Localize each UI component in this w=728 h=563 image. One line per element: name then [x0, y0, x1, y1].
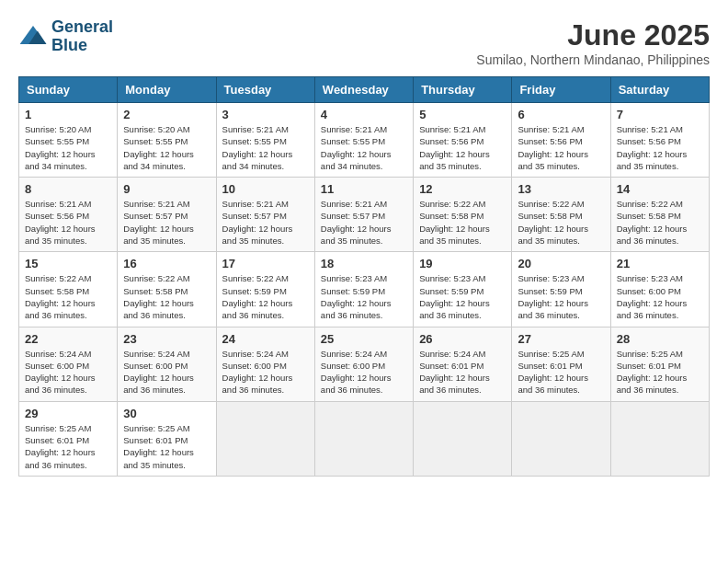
page-header: General Blue June 2025 Sumilao, Northern…	[18, 18, 710, 67]
weekday-header-wednesday: Wednesday	[314, 77, 413, 103]
calendar-day-cell: 30Sunrise: 5:25 AMSunset: 6:01 PMDayligh…	[118, 401, 216, 476]
weekday-header-thursday: Thursday	[414, 77, 512, 103]
weekday-header-sunday: Sunday	[19, 77, 118, 103]
day-info: Sunrise: 5:23 AMSunset: 5:59 PMDaylight:…	[518, 272, 604, 321]
calendar-day-cell: 22Sunrise: 5:24 AMSunset: 6:00 PMDayligh…	[19, 327, 118, 401]
calendar-week-row: 22Sunrise: 5:24 AMSunset: 6:00 PMDayligh…	[19, 327, 710, 401]
calendar-day-cell: 8Sunrise: 5:21 AMSunset: 5:56 PMDaylight…	[19, 178, 118, 252]
day-number: 21	[617, 257, 703, 270]
calendar-day-cell: 21Sunrise: 5:23 AMSunset: 6:00 PMDayligh…	[610, 252, 709, 327]
day-number: 18	[321, 257, 407, 270]
day-info: Sunrise: 5:20 AMSunset: 5:55 PMDaylight:…	[25, 123, 111, 172]
day-number: 2	[123, 108, 210, 121]
calendar-day-cell	[610, 401, 709, 476]
title-block: June 2025 Sumilao, Northern Mindanao, Ph…	[476, 18, 710, 67]
weekday-header-friday: Friday	[512, 77, 610, 103]
calendar-day-cell: 1Sunrise: 5:20 AMSunset: 5:55 PMDaylight…	[19, 103, 118, 178]
month-title: June 2025	[476, 18, 710, 52]
day-number: 17	[222, 257, 309, 270]
day-info: Sunrise: 5:25 AMSunset: 6:01 PMDaylight:…	[617, 348, 703, 396]
calendar-day-cell: 11Sunrise: 5:21 AMSunset: 5:57 PMDayligh…	[314, 178, 413, 252]
weekday-header-saturday: Saturday	[610, 77, 709, 103]
calendar-day-cell: 13Sunrise: 5:22 AMSunset: 5:58 PMDayligh…	[512, 178, 610, 252]
day-info: Sunrise: 5:24 AMSunset: 6:00 PMDaylight:…	[123, 348, 210, 396]
day-info: Sunrise: 5:21 AMSunset: 5:57 PMDaylight:…	[222, 198, 309, 247]
calendar-day-cell: 17Sunrise: 5:22 AMSunset: 5:59 PMDayligh…	[216, 252, 314, 327]
calendar-day-cell: 3Sunrise: 5:21 AMSunset: 5:55 PMDaylight…	[216, 103, 314, 178]
calendar-day-cell: 12Sunrise: 5:22 AMSunset: 5:58 PMDayligh…	[414, 178, 512, 252]
calendar-day-cell: 14Sunrise: 5:22 AMSunset: 5:58 PMDayligh…	[610, 178, 709, 252]
day-info: Sunrise: 5:24 AMSunset: 6:00 PMDaylight:…	[222, 348, 309, 396]
day-info: Sunrise: 5:21 AMSunset: 5:56 PMDaylight:…	[25, 198, 111, 247]
calendar-day-cell: 23Sunrise: 5:24 AMSunset: 6:00 PMDayligh…	[118, 327, 216, 401]
day-number: 20	[518, 257, 604, 270]
calendar-week-row: 8Sunrise: 5:21 AMSunset: 5:56 PMDaylight…	[19, 178, 710, 252]
day-number: 28	[617, 332, 703, 346]
calendar-week-row: 29Sunrise: 5:25 AMSunset: 6:01 PMDayligh…	[19, 401, 710, 476]
calendar-body: 1Sunrise: 5:20 AMSunset: 5:55 PMDaylight…	[19, 103, 710, 477]
logo-icon	[18, 22, 48, 52]
calendar-day-cell: 26Sunrise: 5:24 AMSunset: 6:01 PMDayligh…	[414, 327, 512, 401]
day-info: Sunrise: 5:22 AMSunset: 5:59 PMDaylight:…	[222, 272, 309, 321]
day-number: 15	[25, 257, 111, 270]
day-number: 19	[419, 257, 506, 270]
day-info: Sunrise: 5:21 AMSunset: 5:56 PMDaylight:…	[617, 123, 703, 172]
calendar-day-cell: 19Sunrise: 5:23 AMSunset: 5:59 PMDayligh…	[414, 252, 512, 327]
day-number: 23	[123, 332, 210, 346]
calendar-day-cell: 16Sunrise: 5:22 AMSunset: 5:58 PMDayligh…	[118, 252, 216, 327]
calendar-day-cell: 10Sunrise: 5:21 AMSunset: 5:57 PMDayligh…	[216, 178, 314, 252]
day-number: 26	[419, 332, 506, 346]
location: Sumilao, Northern Mindanao, Philippines	[476, 52, 710, 67]
calendar-day-cell: 6Sunrise: 5:21 AMSunset: 5:56 PMDaylight…	[512, 103, 610, 178]
calendar-day-cell: 15Sunrise: 5:22 AMSunset: 5:58 PMDayligh…	[19, 252, 118, 327]
logo: General Blue	[18, 18, 113, 55]
day-info: Sunrise: 5:22 AMSunset: 5:58 PMDaylight:…	[25, 272, 111, 321]
day-info: Sunrise: 5:22 AMSunset: 5:58 PMDaylight:…	[419, 198, 506, 247]
calendar-day-cell: 4Sunrise: 5:21 AMSunset: 5:55 PMDaylight…	[314, 103, 413, 178]
calendar-day-cell: 5Sunrise: 5:21 AMSunset: 5:56 PMDaylight…	[414, 103, 512, 178]
calendar-week-row: 1Sunrise: 5:20 AMSunset: 5:55 PMDaylight…	[19, 103, 710, 178]
day-info: Sunrise: 5:22 AMSunset: 5:58 PMDaylight:…	[518, 198, 604, 247]
calendar-day-cell: 9Sunrise: 5:21 AMSunset: 5:57 PMDaylight…	[118, 178, 216, 252]
logo-text: General Blue	[51, 18, 113, 55]
calendar-header-row: SundayMondayTuesdayWednesdayThursdayFrid…	[19, 77, 710, 103]
day-info: Sunrise: 5:21 AMSunset: 5:55 PMDaylight:…	[321, 123, 407, 172]
calendar-day-cell	[216, 401, 314, 476]
day-number: 25	[321, 332, 407, 346]
day-info: Sunrise: 5:25 AMSunset: 6:01 PMDaylight:…	[25, 422, 111, 471]
day-number: 16	[123, 257, 210, 270]
day-number: 8	[25, 182, 111, 196]
day-number: 22	[25, 332, 111, 346]
day-number: 12	[419, 182, 506, 196]
calendar-day-cell: 24Sunrise: 5:24 AMSunset: 6:00 PMDayligh…	[216, 327, 314, 401]
day-number: 13	[518, 182, 604, 196]
calendar-day-cell: 2Sunrise: 5:20 AMSunset: 5:55 PMDaylight…	[118, 103, 216, 178]
calendar-day-cell: 7Sunrise: 5:21 AMSunset: 5:56 PMDaylight…	[610, 103, 709, 178]
calendar-day-cell: 25Sunrise: 5:24 AMSunset: 6:00 PMDayligh…	[314, 327, 413, 401]
day-number: 27	[518, 332, 604, 346]
calendar-day-cell: 29Sunrise: 5:25 AMSunset: 6:01 PMDayligh…	[19, 401, 118, 476]
day-number: 4	[321, 108, 407, 121]
day-info: Sunrise: 5:24 AMSunset: 6:01 PMDaylight:…	[419, 348, 506, 396]
day-number: 1	[25, 108, 111, 121]
day-info: Sunrise: 5:21 AMSunset: 5:55 PMDaylight:…	[222, 123, 309, 172]
day-info: Sunrise: 5:21 AMSunset: 5:56 PMDaylight:…	[419, 123, 506, 172]
weekday-header-monday: Monday	[118, 77, 216, 103]
calendar-day-cell: 28Sunrise: 5:25 AMSunset: 6:01 PMDayligh…	[610, 327, 709, 401]
day-info: Sunrise: 5:21 AMSunset: 5:56 PMDaylight:…	[518, 123, 604, 172]
day-number: 9	[123, 182, 210, 196]
day-number: 29	[25, 407, 111, 420]
calendar-day-cell	[512, 401, 610, 476]
day-info: Sunrise: 5:20 AMSunset: 5:55 PMDaylight:…	[123, 123, 210, 172]
day-info: Sunrise: 5:21 AMSunset: 5:57 PMDaylight:…	[321, 198, 407, 247]
day-info: Sunrise: 5:22 AMSunset: 5:58 PMDaylight:…	[123, 272, 210, 321]
day-number: 11	[321, 182, 407, 196]
day-info: Sunrise: 5:25 AMSunset: 6:01 PMDaylight:…	[123, 422, 210, 471]
day-number: 5	[419, 108, 506, 121]
day-number: 10	[222, 182, 309, 196]
weekday-header-tuesday: Tuesday	[216, 77, 314, 103]
calendar-day-cell	[414, 401, 512, 476]
day-info: Sunrise: 5:23 AMSunset: 5:59 PMDaylight:…	[321, 272, 407, 321]
calendar-day-cell	[314, 401, 413, 476]
calendar-week-row: 15Sunrise: 5:22 AMSunset: 5:58 PMDayligh…	[19, 252, 710, 327]
